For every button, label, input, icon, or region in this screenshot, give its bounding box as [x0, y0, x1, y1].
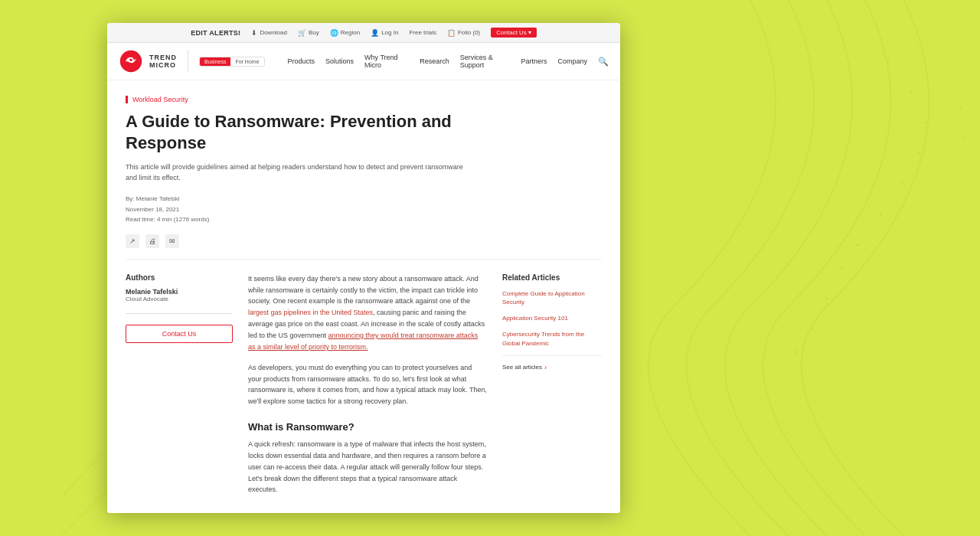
- search-icon[interactable]: 🔍: [598, 57, 609, 67]
- share-icon[interactable]: ↗: [126, 234, 139, 248]
- link-gas-pipeline[interactable]: largest gas pipelines in the United Stat…: [248, 309, 373, 316]
- share-icons: ↗ 🖨 ✉: [126, 234, 602, 260]
- globe-icon: 🌐: [330, 29, 338, 37]
- svg-point-20: [129, 58, 132, 61]
- business-toggle[interactable]: Business For Home: [199, 57, 265, 67]
- free-trials-item[interactable]: Free trials: [409, 29, 436, 36]
- read-time: Read time: 4 min (1276 words): [126, 214, 602, 225]
- related-article-1[interactable]: Complete Guide to Application Security: [502, 289, 602, 306]
- folio-icon: 📋: [447, 29, 456, 37]
- download-item[interactable]: ⬇ Download: [251, 29, 287, 37]
- author-name: Melanie Tafelski: [126, 288, 233, 296]
- region-item[interactable]: 🌐 Region: [330, 29, 360, 37]
- business-tab[interactable]: Business: [200, 57, 230, 66]
- nav-why-trend-micro[interactable]: Why Trend Micro: [364, 54, 409, 69]
- folio-item[interactable]: 📋 Folio (0): [447, 29, 480, 37]
- browser-window: EDIT ALERTS! ⬇ Download 🛒 Buy 🌐 Region 👤…: [107, 23, 620, 513]
- trend-micro-logo: [119, 49, 143, 74]
- nav-research[interactable]: Research: [420, 57, 449, 65]
- author-byline: By: Melanie Tafelski: [126, 194, 602, 204]
- section-heading-ransomware: What is Ransomware?: [248, 421, 487, 433]
- nav-services-support[interactable]: Services & Support: [460, 54, 511, 69]
- related-articles-label: Related Articles: [502, 273, 602, 282]
- related-article-3[interactable]: Cybersecurity Trends from the Global Pan…: [502, 330, 602, 347]
- nav-partners[interactable]: Partners: [521, 57, 547, 65]
- author-divider: [126, 313, 233, 314]
- buy-item[interactable]: 🛒 Buy: [298, 29, 319, 37]
- two-col-layout: Authors Melanie Tafelski Cloud Advocate …: [126, 273, 602, 505]
- breadcrumb[interactable]: Workload Security: [126, 96, 602, 103]
- nav-solutions[interactable]: Solutions: [325, 57, 354, 65]
- nav-links: Products Solutions Why Trend Micro Resea…: [288, 54, 609, 69]
- article-date: November 18, 2021: [126, 204, 602, 215]
- email-icon[interactable]: ✉: [165, 234, 179, 248]
- chevron-down-icon: ▾: [528, 29, 531, 36]
- cart-icon: 🛒: [298, 29, 306, 37]
- content-area: Workload Security A Guide to Ransomware:…: [107, 80, 620, 513]
- article-title: A Guide to Ransomware: Prevention and Re…: [126, 111, 493, 153]
- contact-us-top-button[interactable]: Contact Us ▾: [491, 28, 537, 38]
- right-column: Related Articles Complete Guide to Appli…: [502, 273, 602, 505]
- related-article-2[interactable]: Application Security 101: [502, 314, 602, 322]
- logo-area: TREND MICRO Business For Home: [119, 49, 265, 74]
- nav-company[interactable]: Company: [557, 57, 587, 65]
- nav-products[interactable]: Products: [288, 57, 315, 65]
- author-role: Cloud Advocate: [126, 296, 233, 302]
- meta-info: By: Melanie Tafelski November 18, 2021 R…: [126, 194, 602, 225]
- article-paragraph-3: A quick refresh: ransomware is a type of…: [248, 439, 487, 495]
- article-subtitle: This article will provide guidelines aim…: [126, 162, 470, 183]
- navbar: TREND MICRO Business For Home Products S…: [107, 43, 620, 80]
- article-body: It seems like every day there's a new st…: [248, 273, 487, 505]
- contact-us-sidebar-button[interactable]: Contact Us: [126, 325, 233, 343]
- alert-bar-text[interactable]: EDIT ALERTS!: [191, 29, 240, 37]
- see-all-articles-link[interactable]: See all articles ›: [502, 364, 602, 371]
- home-tab[interactable]: For Home: [230, 57, 263, 66]
- alert-bar: EDIT ALERTS! ⬇ Download 🛒 Buy 🌐 Region 👤…: [107, 23, 620, 43]
- article-paragraph-2: As developers, you must do everything yo…: [248, 362, 487, 407]
- article-paragraph-1: It seems like every day there's a new st…: [248, 273, 487, 353]
- user-icon: 👤: [371, 29, 379, 37]
- print-icon[interactable]: 🖨: [145, 234, 159, 248]
- left-column: Authors Melanie Tafelski Cloud Advocate …: [126, 273, 233, 505]
- download-icon: ⬇: [251, 29, 257, 37]
- login-item[interactable]: 👤 Log In: [371, 29, 398, 37]
- link-ransomware-terrorism[interactable]: announcing they would treat ransomware a…: [248, 332, 478, 351]
- authors-label: Authors: [126, 273, 233, 282]
- arrow-right-icon: ›: [544, 364, 547, 371]
